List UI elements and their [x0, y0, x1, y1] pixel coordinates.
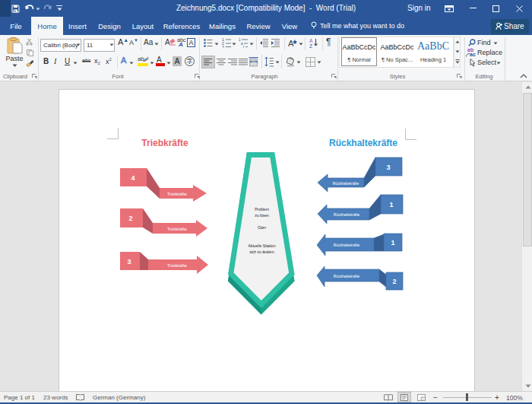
- svg-text:1: 1: [391, 239, 394, 247]
- svg-text:Problem: Problem: [255, 207, 269, 212]
- svg-text:Aktuelle Sitation: Aktuelle Sitation: [249, 243, 276, 248]
- svg-text:3: 3: [222, 45, 224, 49]
- svg-text:Rückhaltekräfte: Rückhaltekräfte: [334, 243, 360, 247]
- svg-text:Rückhaltekräfte: Rückhaltekräfte: [333, 181, 359, 186]
- svg-text:Triebkräfte: Triebkräfte: [167, 227, 187, 231]
- svg-text:Oder: Oder: [258, 225, 266, 230]
- svg-text:1: 1: [389, 201, 393, 208]
- svg-text:A: A: [288, 39, 294, 48]
- svg-text:Z: Z: [309, 43, 312, 48]
- svg-text:i: i: [243, 45, 244, 48]
- svg-text:2: 2: [392, 278, 396, 285]
- svg-text:3: 3: [127, 258, 131, 266]
- svg-text:Rückhaltekräfte: Rückhaltekräfte: [334, 274, 360, 278]
- svg-text:Rückhaltekräfte: Rückhaltekräfte: [334, 212, 360, 217]
- svg-text:sich zu ändern: sich zu ändern: [249, 250, 274, 254]
- svg-text:3: 3: [386, 164, 390, 171]
- svg-text:A: A: [309, 38, 313, 43]
- svg-text:2: 2: [128, 215, 132, 222]
- svg-text:Triebkräfte: Triebkräfte: [167, 192, 187, 196]
- svg-text:zu lösen: zu lösen: [255, 213, 269, 218]
- svg-text:Triebkräfte: Triebkräfte: [167, 263, 187, 268]
- svg-text:4: 4: [131, 174, 135, 182]
